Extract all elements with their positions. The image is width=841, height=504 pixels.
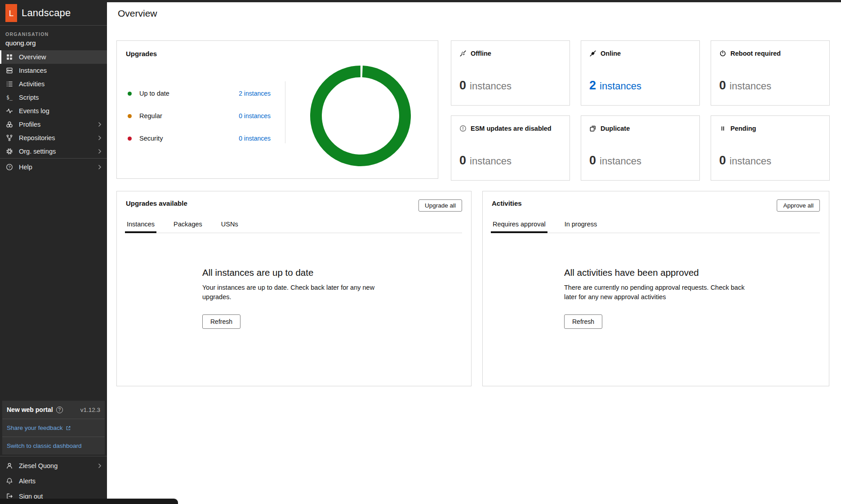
security-instances-link[interactable]: 0 instances xyxy=(239,135,271,142)
grid-icon xyxy=(5,53,13,61)
upgrades-available-title: Upgrades available xyxy=(126,199,187,207)
tab-usns[interactable]: USNs xyxy=(220,218,239,233)
donut-ring xyxy=(314,70,407,162)
status-card-pending[interactable]: Pending 0 instances xyxy=(711,115,830,181)
organisation-label: ORGANISATION xyxy=(5,31,102,37)
landscape-logo[interactable]: L Landscape xyxy=(0,0,107,25)
top-strip xyxy=(0,0,841,2)
status-count: 0 xyxy=(459,154,466,168)
refresh-button[interactable]: Refresh xyxy=(202,314,240,329)
status-card-online[interactable]: Online 2 instances xyxy=(581,40,700,106)
switch-classic-dashboard-link[interactable]: Switch to classic dashboard xyxy=(7,442,82,449)
status-card-title: Online xyxy=(601,50,621,57)
online-instances-link[interactable]: 2 instances xyxy=(589,79,641,93)
help-circle-icon: ? xyxy=(5,164,13,171)
chevron-right-icon xyxy=(98,122,102,127)
app-title: Landscape xyxy=(22,7,71,19)
sidebar-item-label: Activities xyxy=(19,80,44,88)
status-card-title: ESM updates are disabled xyxy=(471,125,552,132)
tab-packages[interactable]: Packages xyxy=(173,218,203,233)
user-name: Ziesel Quong xyxy=(19,462,58,469)
status-card-title: Duplicate xyxy=(601,125,630,132)
status-count: 0 xyxy=(719,79,726,93)
empty-state-body: Your instances are up to date. Check bac… xyxy=(202,283,386,302)
external-link-icon xyxy=(66,425,71,431)
status-count: 0 xyxy=(589,154,596,168)
status-unit: instances xyxy=(600,155,641,167)
approve-all-button[interactable]: Approve all xyxy=(777,199,820,212)
branch-icon xyxy=(5,134,13,141)
legend-row-security: Security 0 instances xyxy=(126,127,271,150)
portal-version: v1.12.3 xyxy=(80,407,100,413)
gear-icon xyxy=(5,148,13,155)
chevron-right-icon xyxy=(98,463,102,469)
info-circle-icon[interactable]: ? xyxy=(56,407,63,413)
organisation-name: quong.org xyxy=(5,39,102,47)
sidebar-item-label: Alerts xyxy=(19,477,36,485)
activities-card: Activities Approve all Requires approval… xyxy=(482,191,829,386)
regular-dot xyxy=(128,114,132,118)
refresh-button[interactable]: Refresh xyxy=(564,314,602,329)
sidebar-item-help[interactable]: ? Help xyxy=(0,160,107,174)
page-title: Overview xyxy=(118,8,157,19)
sidebar-item-instances[interactable]: Instances xyxy=(0,64,107,77)
sidebar-item-org-settings[interactable]: Org. settings xyxy=(0,145,107,158)
status-card-offline[interactable]: Offline 0 instances xyxy=(451,40,570,106)
sidebar-item-profiles[interactable]: Profiles xyxy=(0,118,107,131)
empty-state-title: All instances are up to date xyxy=(202,267,386,278)
status-card-duplicate[interactable]: Duplicate 0 instances xyxy=(581,115,700,181)
pulse-icon xyxy=(5,107,13,115)
share-feedback-link[interactable]: Share your feedback xyxy=(7,424,71,431)
tab-instances[interactable]: Instances xyxy=(126,218,156,233)
empty-state-body: There are currently no pending approval … xyxy=(564,283,748,302)
status-unit: instances xyxy=(470,80,512,92)
portal-version-row: New web portal ? v1.12.3 xyxy=(2,401,105,419)
sidebar-item-label: Overview xyxy=(19,53,46,61)
svg-text:$_: $_ xyxy=(6,94,13,101)
status-card-esm-updates-disabled[interactable]: ESM updates are disabled 0 instances xyxy=(451,115,570,181)
svg-text:?: ? xyxy=(8,165,10,169)
activities-tabs: Requires approval In progress xyxy=(492,218,820,233)
sidebar-item-overview[interactable]: Overview xyxy=(0,50,107,64)
status-card-reboot-required[interactable]: Reboot required 0 instances xyxy=(711,40,830,106)
sidebar-item-label: Profiles xyxy=(19,121,40,128)
activities-empty-state: All activities have been approved There … xyxy=(564,267,748,329)
sidebar-item-label: Help xyxy=(19,164,32,171)
status-count: 0 xyxy=(719,154,726,168)
upgrades-available-card: Upgrades available Upgrade all Instances… xyxy=(116,191,472,386)
sidebar-item-alerts[interactable]: Alerts xyxy=(0,473,107,489)
sidebar-item-label: Org. settings xyxy=(19,148,56,155)
sidebar-item-label: Repositories xyxy=(19,134,55,141)
sidebar-item-events-log[interactable]: Events log xyxy=(0,104,107,118)
upgrades-empty-state: All instances are up to date Your instan… xyxy=(202,267,386,329)
sidebar-item-scripts[interactable]: $_ Scripts xyxy=(0,91,107,104)
sidebar-item-repositories[interactable]: Repositories xyxy=(0,131,107,145)
up-to-date-instances-link[interactable]: 2 instances xyxy=(239,90,271,97)
sidebar-item-activities[interactable]: Activities xyxy=(0,77,107,91)
activities-title: Activities xyxy=(492,199,522,207)
up-to-date-dot xyxy=(128,92,132,96)
status-unit: instances xyxy=(470,155,512,167)
status-count: 2 xyxy=(589,79,596,93)
legend-row-up-to-date: Up to date 2 instances xyxy=(126,82,271,105)
tab-requires-approval[interactable]: Requires approval xyxy=(492,218,547,233)
new-web-portal-box: New web portal ? v1.12.3 Share your feed… xyxy=(2,401,105,455)
chevron-right-icon xyxy=(98,135,102,141)
main-content: Overview Upgrades Up to date 2 instances… xyxy=(107,0,841,504)
sidebar: L Landscape ORGANISATION quong.org Overv… xyxy=(0,0,107,504)
upgrades-donut-chart xyxy=(309,64,412,168)
online-plug-icon xyxy=(589,50,596,57)
regular-instances-link[interactable]: 0 instances xyxy=(239,112,271,119)
info-circle-icon xyxy=(459,125,467,132)
list-icon xyxy=(5,80,13,88)
user-menu[interactable]: Ziesel Quong xyxy=(0,458,107,473)
upgrade-all-button[interactable]: Upgrade all xyxy=(418,199,462,212)
status-card-grid: Offline 0 instances Online 2 instances xyxy=(451,40,830,181)
sidebar-item-label: Events log xyxy=(19,107,49,115)
sidebar-nav: Overview Instances Activities $_ Scripts… xyxy=(0,50,107,158)
status-unit: instances xyxy=(600,80,641,92)
upgrades-available-tabs: Instances Packages USNs xyxy=(126,218,462,233)
chevron-right-icon xyxy=(98,149,102,154)
tab-in-progress[interactable]: In progress xyxy=(564,218,598,233)
landscape-logo-icon: L xyxy=(5,4,17,22)
